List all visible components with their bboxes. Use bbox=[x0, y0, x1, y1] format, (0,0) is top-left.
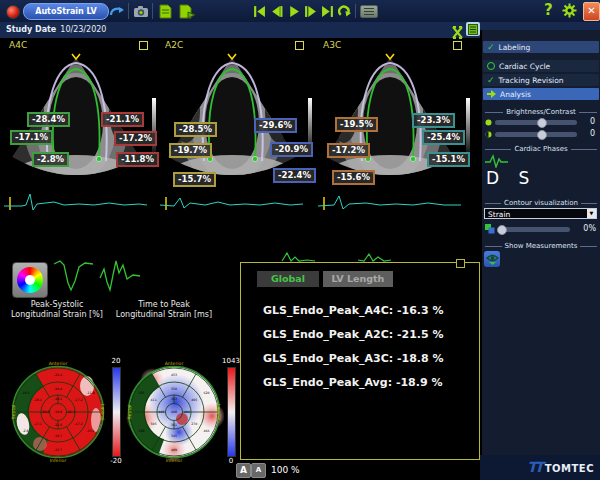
measurement-row: GLS_Endo_Peak_Avg: -18.9 % bbox=[263, 371, 444, 395]
brightness-slider[interactable] bbox=[495, 120, 577, 125]
phase-markers[interactable]: D S bbox=[486, 168, 536, 188]
workflow-step-tracking-revision[interactable]: ✓Tracking Revision bbox=[483, 74, 599, 86]
bullseye-segment-value: 408 bbox=[171, 410, 177, 414]
contour-transparency-thumb[interactable] bbox=[497, 225, 507, 235]
skip-to-end-button[interactable] bbox=[321, 5, 334, 18]
play-button[interactable] bbox=[287, 5, 300, 18]
overlay-layers-icon bbox=[485, 224, 495, 234]
contour-transparency-slider[interactable] bbox=[498, 227, 570, 232]
ecg-phases-icon bbox=[485, 154, 509, 168]
segment-strain-value: -15.7% bbox=[173, 172, 216, 187]
step-back-button[interactable] bbox=[270, 5, 283, 18]
step-forward-button[interactable] bbox=[304, 5, 317, 18]
contour-visualization-select[interactable]: Strain ▼ bbox=[484, 208, 597, 219]
bullseye-segment-value: -2.8 bbox=[22, 429, 28, 433]
help-button[interactable]: ? bbox=[544, 1, 553, 19]
segment-strain-value: -17.2% bbox=[327, 143, 370, 158]
svg-text:Anterior: Anterior bbox=[49, 361, 68, 366]
arrow-icon bbox=[487, 90, 496, 98]
bullseye-segment-value: 270 bbox=[191, 422, 197, 426]
bullseye-strain-plot[interactable]: Anterior Inferior Septal Lateral -22.4-1… bbox=[8, 358, 108, 464]
svg-text:Lateral: Lateral bbox=[216, 404, 221, 420]
cardiac-phases-header: Cardiac Phases bbox=[485, 145, 597, 153]
bullseye-segment-value: 620 bbox=[203, 391, 209, 395]
measurement-panel[interactable]: Global LV Length GLS_Endo_Peak_A4C: -16.… bbox=[240, 262, 480, 460]
font-size-small-button[interactable]: A bbox=[251, 463, 266, 478]
svg-text:Septal: Septal bbox=[11, 405, 16, 420]
show-measurements-toggle[interactable] bbox=[484, 251, 500, 267]
tab-lv-length[interactable]: LV Length bbox=[323, 271, 393, 287]
app-mode-button[interactable]: AutoStrain LV bbox=[23, 3, 109, 20]
bullseye-strain-caption: Peak-SystolicLongitudinal Strain [%] bbox=[6, 300, 108, 320]
segment-strain-value: -23.3% bbox=[412, 113, 455, 128]
segment-strain-value: -11.8% bbox=[116, 152, 159, 167]
step-label: Tracking Revision bbox=[499, 76, 564, 85]
contrast-slider[interactable] bbox=[495, 132, 577, 137]
toolbar-separator bbox=[355, 4, 356, 18]
close-button[interactable]: ✕ bbox=[583, 2, 600, 21]
svg-text:Anterior: Anterior bbox=[165, 361, 184, 366]
snapshot-camera-icon[interactable] bbox=[132, 3, 150, 19]
eye-icon bbox=[486, 253, 499, 265]
bullseye-segment-value: 404 bbox=[184, 410, 190, 414]
measurement-row: GLS_Endo_Peak_A4C: -16.3 % bbox=[263, 299, 444, 323]
color-map-button[interactable] bbox=[12, 262, 48, 298]
autostrain-app-window: AutoStrain LV ? ✕ bbox=[0, 0, 600, 480]
bullseye-segment-value: 363 bbox=[171, 397, 177, 401]
loop-mode-button[interactable] bbox=[338, 5, 351, 18]
contrast-icon bbox=[485, 131, 492, 138]
chevron-down-icon: ▼ bbox=[587, 209, 596, 218]
study-date-label: Study Date bbox=[6, 25, 56, 34]
echo-view-a4c[interactable]: A4C -28.4%-17.1%-2.8%-21.1%-17.2%-11.8% bbox=[2, 40, 150, 232]
ecg-trace bbox=[160, 190, 304, 216]
grayscale-bar bbox=[466, 98, 470, 158]
view-label: A2C bbox=[165, 40, 183, 50]
view-maximize-icon[interactable] bbox=[453, 41, 462, 50]
report-page-icon[interactable] bbox=[156, 3, 174, 19]
export-page-icon[interactable] bbox=[178, 3, 196, 19]
tab-global[interactable]: Global bbox=[257, 271, 319, 287]
segment-strain-value: -17.2% bbox=[114, 131, 157, 146]
bullseye-ttp-plot[interactable]: Anterior Inferior Septal Lateral 4536204… bbox=[124, 358, 224, 464]
circle-icon bbox=[487, 62, 495, 70]
segment-strain-value: -29.6% bbox=[254, 118, 297, 133]
echo-view-a2c[interactable]: A2C -28.5%-19.7%-15.7%-29.6%-20.9%-22.4% bbox=[158, 40, 306, 232]
brightness-value: 0 bbox=[590, 117, 595, 126]
svg-text:Inferior: Inferior bbox=[166, 458, 183, 463]
mini-curve-icon bbox=[281, 249, 317, 263]
layout-list-button[interactable] bbox=[360, 5, 378, 18]
undo-icon[interactable] bbox=[108, 3, 126, 19]
bullseye-segment-value: -15.7 bbox=[54, 448, 62, 452]
workflow-step-labeling[interactable]: ✓Labeling bbox=[483, 41, 599, 53]
bullseye-segment-value: -19.5 bbox=[21, 391, 29, 395]
settings-gear-icon[interactable] bbox=[560, 2, 578, 18]
measurement-row: GLS_Endo_Peak_A2C: -21.5 % bbox=[263, 323, 444, 347]
playback-controls bbox=[253, 4, 378, 18]
bullseye-segment-value: -17.2 bbox=[74, 398, 82, 402]
view-maximize-icon[interactable] bbox=[139, 41, 148, 50]
view-maximize-icon[interactable] bbox=[295, 41, 304, 50]
toolbar-separator bbox=[128, 3, 129, 19]
skip-to-start-button[interactable] bbox=[253, 5, 266, 18]
contour-visualization-header: Contour visualization bbox=[485, 199, 597, 207]
echo-view-a3c[interactable]: A3C -19.5%-17.2%-15.6%-23.3%-25.4%-15.1% bbox=[316, 40, 464, 232]
tomtec-tt-mark: TT bbox=[527, 459, 540, 475]
brightness-slider-thumb[interactable] bbox=[537, 118, 547, 128]
segment-strain-value: -28.4% bbox=[27, 112, 70, 127]
workflow-step-analysis[interactable]: Analysis bbox=[483, 88, 599, 100]
report-panel-tab-button[interactable] bbox=[466, 22, 480, 36]
study-date-value: 10/23/2020 bbox=[60, 25, 106, 34]
strain-colorbar bbox=[112, 367, 121, 457]
contrast-slider-thumb[interactable] bbox=[537, 130, 547, 140]
panel-select-icon[interactable] bbox=[456, 259, 465, 268]
bullseye-segment-value: 445 bbox=[158, 410, 164, 414]
view-label: A4C bbox=[9, 40, 27, 50]
step-label: Cardiac Cycle bbox=[499, 62, 550, 71]
font-size-large-button[interactable]: A bbox=[236, 463, 251, 478]
bullseye-segment-value: 361 bbox=[171, 423, 177, 427]
workflow-panel: ✓Labeling Cardiac Cycle ✓Tracking Revisi… bbox=[480, 30, 600, 455]
logo-strip: TT TOMTEC bbox=[480, 455, 600, 480]
workflow-step-cardiac-cycle[interactable]: Cardiac Cycle bbox=[483, 60, 599, 72]
segment-strain-value: -17.1% bbox=[10, 130, 53, 145]
ttp-curve-thumbnail bbox=[98, 253, 144, 297]
